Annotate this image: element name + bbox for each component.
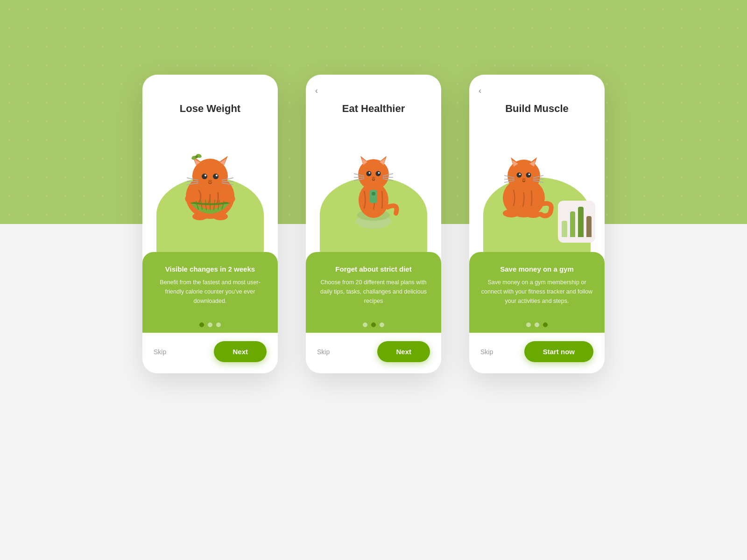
- card-title-2: Eat Healthier: [317, 90, 430, 115]
- illustration-lose-weight: [142, 122, 278, 252]
- card-subtitle-3: Save money on a gym: [480, 265, 593, 273]
- svg-point-29: [192, 213, 207, 220]
- illustration-eat-healthier: [306, 122, 441, 252]
- svg-point-69: [503, 209, 520, 217]
- back-button-2[interactable]: ‹: [315, 86, 318, 96]
- bar-4: [586, 216, 592, 237]
- svg-point-53: [507, 160, 540, 192]
- card-build-muscle: ‹ Build Muscle: [469, 75, 605, 373]
- svg-point-61: [529, 173, 530, 175]
- dot-2-2: [371, 322, 376, 327]
- bar-3: [578, 207, 584, 237]
- card-footer-2: Skip Next: [306, 333, 441, 373]
- dot-1-1: [199, 322, 204, 327]
- card-title-3: Build Muscle: [480, 90, 593, 115]
- green-section-3: Save money on a gym Save money on a gym …: [469, 252, 605, 315]
- svg-point-44: [378, 172, 380, 174]
- svg-point-59: [526, 172, 531, 177]
- bar-1: [562, 221, 567, 237]
- svg-point-70: [526, 210, 541, 218]
- skip-button-3[interactable]: Skip: [480, 348, 493, 356]
- bar-2: [570, 211, 576, 237]
- card-footer-3: Skip Start now: [469, 333, 605, 373]
- dots-1: [142, 315, 278, 333]
- dots-3: [469, 315, 605, 333]
- card-description-2: Choose from 20 different meal plans with…: [317, 278, 430, 306]
- svg-point-41: [366, 171, 372, 176]
- dot-3-3: [543, 322, 548, 327]
- green-section-2: Forget about strict diet Choose from 20 …: [306, 252, 441, 315]
- svg-point-60: [519, 173, 521, 175]
- skip-button-1[interactable]: Skip: [154, 348, 166, 356]
- dot-2-1: [363, 322, 367, 327]
- back-button-3[interactable]: ‹: [479, 86, 481, 96]
- svg-point-43: [369, 172, 371, 174]
- next-button-1[interactable]: Next: [214, 341, 267, 362]
- svg-point-15: [195, 155, 198, 158]
- card-title-1: Lose Weight: [154, 90, 267, 115]
- illustration-build-muscle: [469, 122, 605, 252]
- svg-point-62: [522, 178, 526, 180]
- svg-point-19: [216, 175, 218, 176]
- dot-3-1: [526, 322, 531, 327]
- card-eat-healthier: ‹ Eat Healthier: [306, 75, 441, 373]
- svg-point-42: [376, 171, 381, 176]
- card-lose-weight: Lose Weight: [142, 75, 278, 373]
- svg-point-35: [372, 192, 375, 196]
- svg-point-36: [358, 159, 389, 190]
- svg-point-17: [213, 174, 218, 179]
- next-button-2[interactable]: Next: [377, 341, 430, 362]
- card-footer-1: Skip Next: [142, 333, 278, 373]
- svg-point-58: [517, 172, 522, 177]
- card-subtitle-1: Visible changes in 2 weeks: [154, 265, 267, 273]
- dots-2: [306, 315, 441, 333]
- green-section-1: Visible changes in 2 weeks Benefit from …: [142, 252, 278, 315]
- svg-point-30: [213, 213, 228, 220]
- svg-point-20: [208, 180, 212, 182]
- svg-point-45: [372, 176, 375, 179]
- dot-3-2: [535, 322, 539, 327]
- svg-point-16: [202, 174, 207, 179]
- start-now-button[interactable]: Start now: [524, 341, 593, 362]
- card-description-3: Save money on a gym membership or connec…: [480, 278, 593, 306]
- svg-point-18: [204, 175, 206, 176]
- dot-2-3: [380, 322, 384, 327]
- card-description-1: Benefit from the fastest and most user-f…: [154, 278, 267, 306]
- dot-1-2: [208, 322, 212, 327]
- card-subtitle-2: Forget about strict diet: [317, 265, 430, 273]
- skip-button-2[interactable]: Skip: [317, 348, 330, 356]
- dot-1-3: [216, 322, 221, 327]
